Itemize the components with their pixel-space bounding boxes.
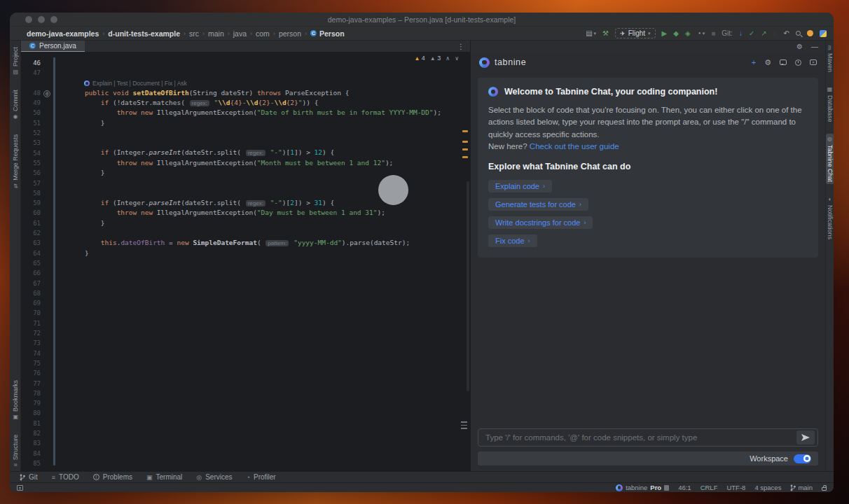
search-everywhere-icon[interactable]: [796, 31, 801, 36]
git-branch-widget[interactable]: main: [790, 484, 813, 491]
gutter-line-number[interactable]: 52: [21, 128, 41, 138]
tool-window-switcher-icon[interactable]: [17, 485, 23, 491]
breadcrumb-item[interactable]: person: [279, 29, 301, 38]
gutter-line-number[interactable]: 78: [21, 388, 41, 398]
left-stripe-item-commit[interactable]: ◉Commit: [11, 88, 20, 122]
commit-icon[interactable]: ✓: [749, 30, 754, 37]
gutter-line-number[interactable]: 74: [21, 349, 41, 358]
zoom-window-icon[interactable]: [50, 16, 57, 23]
history-icon[interactable]: [795, 59, 801, 66]
gutter-line-number[interactable]: 82: [21, 428, 41, 438]
action-button-write-docstrings-for-code[interactable]: Write docstrings for code›: [488, 216, 593, 229]
right-stripe-item-tabnine-chat[interactable]: ◍Tabnine Chat: [826, 134, 834, 184]
left-stripe-item-bookmarks[interactable]: ▣Bookmarks: [11, 378, 20, 423]
gutter-line-number[interactable]: 81: [21, 419, 41, 428]
update-project-icon[interactable]: ↓: [739, 30, 743, 37]
gutter-line-number[interactable]: 48: [21, 88, 41, 98]
gutter-line-number[interactable]: 57: [21, 178, 41, 188]
build-hammer-icon[interactable]: ⚒: [602, 30, 609, 37]
gutter-line-number[interactable]: 72: [21, 328, 41, 338]
breadcrumb-item[interactable]: main: [208, 29, 224, 38]
left-stripe-item-structure[interactable]: ≡Structure: [11, 433, 20, 468]
editor-scrollbar[interactable]: [467, 181, 469, 391]
workspace-toggle[interactable]: [794, 454, 811, 463]
minimize-window-icon[interactable]: [38, 16, 45, 23]
ci-status-icon[interactable]: ◌: [773, 30, 778, 37]
gutter-line-number[interactable]: 60: [21, 208, 41, 218]
gutter-line-number[interactable]: 80: [21, 408, 41, 418]
error-stripe-mark[interactable]: [462, 130, 468, 132]
gutter-line-number[interactable]: 62: [21, 228, 41, 238]
gutter-line-number[interactable]: 61: [21, 218, 41, 228]
breadcrumb-item[interactable]: com: [256, 29, 270, 38]
right-stripe-item-notifications[interactable]: ◖Notifications: [826, 194, 834, 241]
device-selector-icon[interactable]: ▤▾: [586, 30, 596, 37]
toolwindow-git[interactable]: Git: [20, 473, 38, 481]
gutter-line-number[interactable]: 46: [21, 58, 41, 68]
next-problem-icon[interactable]: ∨: [455, 55, 459, 62]
inspections-widget[interactable]: ▲ 4 ▲ 3 ∧ ∨: [414, 55, 459, 62]
action-button-fix-code[interactable]: Fix code›: [488, 234, 537, 247]
send-button[interactable]: [796, 430, 815, 444]
gutter-line-number[interactable]: 56: [21, 168, 41, 178]
code-editor[interactable]: 4647Explain | Test | Document | Fix | As…: [21, 52, 470, 471]
gutter-line-number[interactable]: 63: [21, 238, 41, 248]
annotation-gutter-icon[interactable]: @: [43, 90, 50, 97]
breadcrumb-item[interactable]: CPerson: [310, 29, 345, 38]
push-icon[interactable]: ↗: [761, 30, 766, 37]
right-stripe-item-database[interactable]: ▦Database: [826, 84, 834, 125]
user-guide-link[interactable]: Check out the user guide: [530, 142, 619, 150]
previous-problem-icon[interactable]: ∧: [446, 55, 450, 62]
action-button-explain-code[interactable]: Explain code›: [488, 180, 552, 192]
ai-plugin-icon[interactable]: [820, 30, 827, 37]
gutter-line-number[interactable]: 79: [21, 398, 41, 408]
update-notification-icon[interactable]: [807, 30, 813, 36]
new-chat-icon[interactable]: +: [752, 58, 756, 66]
gutter-line-number[interactable]: 53: [21, 138, 41, 148]
clear-chat-icon[interactable]: ×: [810, 59, 817, 65]
hide-panel-icon[interactable]: —: [811, 43, 818, 50]
gutter-line-number[interactable]: 75: [21, 358, 41, 368]
close-window-icon[interactable]: [25, 16, 32, 23]
rollback-icon[interactable]: ↶: [784, 30, 789, 37]
error-stripe-mark[interactable]: [462, 156, 468, 158]
gutter-line-number[interactable]: 76: [21, 368, 41, 378]
chat-input[interactable]: Type '/' for commands, '@' for code snip…: [478, 428, 818, 447]
encoding[interactable]: UTF-8: [726, 484, 745, 491]
gutter-line-number[interactable]: 71: [21, 318, 41, 328]
breadcrumb-item[interactable]: demo-java-examples: [27, 29, 99, 38]
gutter-line-number[interactable]: 69: [21, 298, 41, 308]
toolwindow-services[interactable]: ◎Services: [196, 473, 232, 481]
gutter-line-number[interactable]: 67: [21, 279, 41, 288]
gutter-line-number[interactable]: 68: [21, 288, 41, 298]
error-stripe-mark[interactable]: [462, 148, 468, 150]
chat-bubble-icon[interactable]: [780, 59, 787, 65]
run-icon[interactable]: ▶: [662, 30, 668, 37]
gutter-line-number[interactable]: 55: [21, 158, 41, 168]
tab-person-java[interactable]: C Person.java: [21, 41, 85, 52]
debug-icon[interactable]: ◆: [673, 30, 679, 37]
gutter-line-number[interactable]: 84: [21, 449, 41, 458]
profiler-icon[interactable]: ◔▾: [697, 30, 705, 37]
right-stripe-item-maven[interactable]: mMaven: [826, 43, 834, 74]
gutter-line-number[interactable]: 51: [21, 118, 41, 128]
toolwindow-profiler[interactable]: ◔Profiler: [247, 473, 276, 481]
gutter-line-number[interactable]: 47: [21, 68, 41, 78]
coverage-icon[interactable]: ◈: [685, 30, 691, 37]
gutter-line-number[interactable]: 64: [21, 248, 41, 258]
breadcrumb-item[interactable]: d-unit-tests-example: [108, 29, 180, 38]
breadcrumb-item[interactable]: src: [189, 29, 199, 38]
gutter-line-number[interactable]: 59: [21, 198, 41, 208]
tab-options-menu-icon[interactable]: ⋮: [457, 43, 470, 50]
left-stripe-item-merge-requests[interactable]: ⇄Merge Requests: [11, 132, 20, 190]
toolwindow-problems[interactable]: !Problems: [93, 473, 132, 481]
run-configuration-selector[interactable]: ✈Flight▾: [615, 28, 656, 38]
gutter-line-number[interactable]: 85: [21, 458, 41, 468]
gutter-line-number[interactable]: 66: [21, 268, 41, 278]
gutter-line-number[interactable]: 54: [21, 148, 41, 158]
toolwindow-terminal[interactable]: ▣Terminal: [146, 473, 182, 481]
gutter-line-number[interactable]: 65: [21, 258, 41, 268]
settings-gear-icon[interactable]: ⚙: [764, 58, 771, 67]
tabnine-code-lens[interactable]: Explain | Test | Document | Fix | Ask: [53, 78, 187, 88]
action-button-generate-tests-for-code[interactable]: Generate tests for code›: [488, 198, 588, 211]
